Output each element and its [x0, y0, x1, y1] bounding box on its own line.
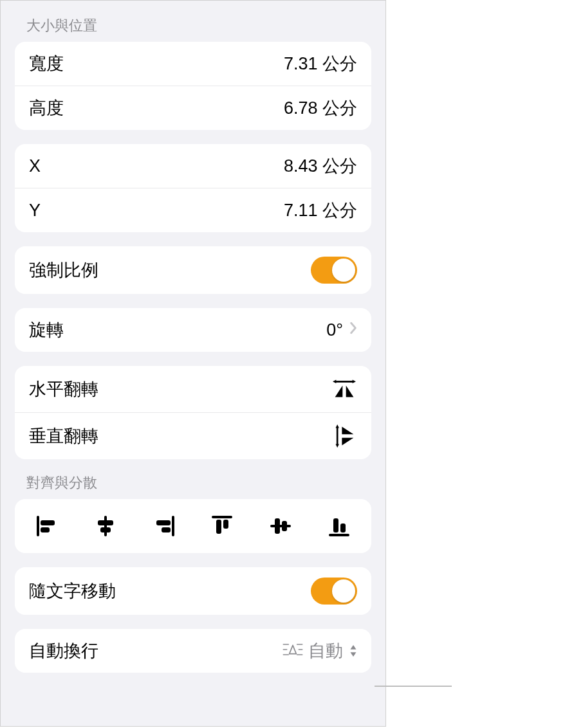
- text-wrap-label: 自動換行: [29, 639, 98, 662]
- svg-rect-17: [156, 520, 171, 525]
- move-with-text-toggle[interactable]: [311, 578, 357, 605]
- svg-rect-10: [37, 516, 39, 536]
- svg-marker-7: [336, 444, 339, 448]
- y-row[interactable]: Y 7.11 公分: [15, 188, 371, 232]
- flip-card: 水平翻轉 垂直翻轉: [15, 366, 371, 459]
- popup-chevrons-icon: [349, 645, 357, 657]
- flip-vertical-label: 垂直翻轉: [29, 424, 98, 448]
- size-position-header: 大小與位置: [26, 16, 371, 35]
- svg-marker-3: [335, 386, 343, 397]
- svg-rect-14: [98, 520, 113, 525]
- flip-vertical-row[interactable]: 垂直翻轉: [15, 412, 371, 459]
- width-label: 寬度: [29, 52, 64, 75]
- constrain-toggle[interactable]: [311, 257, 357, 284]
- svg-marker-2: [353, 380, 356, 383]
- svg-marker-6: [336, 424, 339, 428]
- svg-marker-4: [346, 386, 354, 397]
- svg-rect-18: [162, 527, 171, 532]
- constrain-card: 強制比例: [15, 246, 371, 294]
- svg-rect-22: [270, 525, 291, 527]
- flip-horizontal-row[interactable]: 水平翻轉: [15, 366, 371, 412]
- rotate-value: 0°: [326, 320, 343, 340]
- move-with-text-card: 隨文字移動: [15, 567, 371, 615]
- svg-rect-11: [41, 520, 55, 525]
- svg-rect-24: [282, 521, 287, 531]
- height-label: 高度: [29, 96, 64, 120]
- svg-rect-27: [340, 523, 346, 532]
- y-value: 7.11 公分: [284, 199, 357, 222]
- align-header: 對齊與分散: [26, 473, 371, 493]
- move-with-text-label: 隨文字移動: [29, 579, 116, 603]
- align-left-button[interactable]: [32, 511, 62, 541]
- flip-horizontal-label: 水平翻轉: [29, 378, 98, 401]
- chevron-right-icon: [349, 322, 357, 338]
- svg-rect-15: [100, 527, 111, 532]
- y-label: Y: [29, 201, 41, 221]
- rotate-row[interactable]: 旋轉 0°: [15, 308, 371, 352]
- text-wrap-value: 自動: [308, 639, 343, 662]
- width-row[interactable]: 寬度 7.31 公分: [15, 42, 371, 86]
- svg-marker-1: [333, 380, 336, 383]
- rotate-card: 旋轉 0°: [15, 308, 371, 352]
- size-card: 寬度 7.31 公分 高度 6.78 公分: [15, 42, 371, 130]
- rotate-label: 旋轉: [29, 318, 64, 341]
- svg-marker-8: [342, 427, 353, 435]
- svg-rect-21: [223, 520, 228, 529]
- flip-horizontal-icon: [331, 376, 357, 402]
- text-wrap-icon: [282, 642, 303, 660]
- text-wrap-value-group: 自動: [282, 639, 357, 662]
- svg-rect-23: [275, 518, 280, 534]
- align-middle-v-button[interactable]: [265, 511, 296, 541]
- svg-rect-20: [216, 520, 221, 534]
- position-card: X 8.43 公分 Y 7.11 公分: [15, 144, 371, 232]
- callout-leader-line: [375, 686, 452, 687]
- height-row[interactable]: 高度 6.78 公分: [15, 86, 371, 130]
- arrange-panel: 大小與位置 寬度 7.31 公分 高度 6.78 公分 X 8.43 公分 Y …: [0, 0, 386, 727]
- align-bottom-button[interactable]: [324, 511, 355, 541]
- text-wrap-row[interactable]: 自動換行 自動: [15, 629, 371, 673]
- flip-vertical-icon: [331, 423, 357, 449]
- svg-rect-19: [212, 516, 232, 518]
- align-right-button[interactable]: [149, 511, 180, 541]
- height-value: 6.78 公分: [284, 96, 357, 120]
- x-label: X: [29, 156, 41, 176]
- svg-marker-35: [351, 645, 357, 650]
- svg-rect-16: [172, 516, 174, 536]
- align-top-button[interactable]: [207, 511, 237, 541]
- align-card: [15, 499, 371, 553]
- align-center-h-button[interactable]: [90, 511, 121, 541]
- x-row[interactable]: X 8.43 公分: [15, 144, 371, 188]
- svg-marker-34: [290, 645, 297, 653]
- x-value: 8.43 公分: [284, 154, 357, 177]
- svg-rect-26: [333, 518, 338, 532]
- svg-marker-36: [351, 652, 357, 657]
- text-wrap-card: 自動換行 自動: [15, 629, 371, 673]
- svg-rect-13: [104, 516, 107, 536]
- svg-marker-9: [342, 438, 353, 446]
- width-value: 7.31 公分: [284, 52, 357, 75]
- svg-rect-12: [41, 527, 50, 532]
- move-with-text-row: 隨文字移動: [15, 567, 371, 615]
- svg-rect-25: [329, 534, 349, 536]
- constrain-label: 強制比例: [29, 259, 98, 282]
- constrain-row: 強制比例: [15, 246, 371, 294]
- align-row: [15, 499, 371, 553]
